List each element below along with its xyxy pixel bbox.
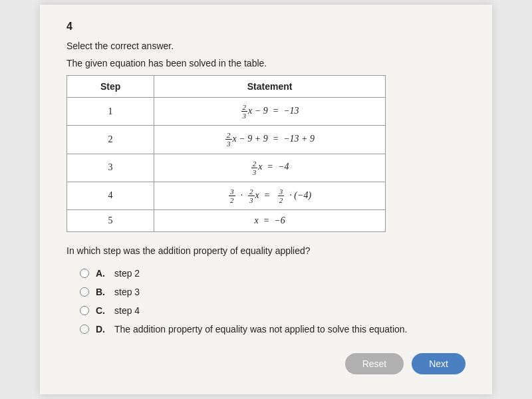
statement-2: 23x − 9 + 9 = −13 + 9	[154, 126, 386, 154]
buttons-row: Reset Next	[66, 353, 466, 374]
option-c[interactable]: C. step 4	[80, 305, 466, 316]
statement-5: x = −6	[154, 209, 386, 231]
radio-c[interactable]	[80, 306, 89, 315]
steps-table: Step Statement 1 23x − 9 = −13 2 23x	[66, 75, 386, 232]
radio-a[interactable]	[80, 269, 89, 278]
step-number: 4	[67, 182, 154, 209]
radio-d[interactable]	[80, 325, 89, 334]
options-list: A. step 2 B. step 3 C. step 4 D. The add…	[80, 268, 466, 334]
statement-1: 23x − 9 = −13	[154, 98, 386, 126]
table-row: 3 23x = −4	[67, 154, 386, 182]
step-number: 1	[67, 98, 154, 126]
statement-3: 23x = −4	[154, 154, 386, 182]
option-c-text: step 4	[114, 305, 140, 316]
table-row: 4 32 · 23x = 32 · (−4)	[67, 182, 386, 209]
option-d[interactable]: D. The addition property of equality was…	[80, 324, 466, 334]
option-a[interactable]: A. step 2	[80, 268, 466, 279]
step-number: 2	[67, 126, 154, 154]
option-a-text: step 2	[114, 268, 140, 279]
step-number: 3	[67, 154, 154, 182]
option-a-letter: A.	[96, 268, 108, 279]
question-text: In which step was the addition property …	[66, 245, 466, 256]
option-b-letter: B.	[96, 287, 108, 297]
table-row: 2 23x − 9 + 9 = −13 + 9	[67, 126, 386, 154]
table-row: 5 x = −6	[67, 209, 386, 231]
option-c-letter: C.	[96, 305, 108, 316]
option-b-text: step 3	[114, 287, 140, 297]
option-d-letter: D.	[96, 324, 108, 334]
table-intro-text: The given equation has been solved in th…	[66, 58, 466, 68]
question-number: 4	[66, 21, 466, 33]
option-d-text: The addition property of equality was no…	[114, 324, 408, 334]
table-row: 1 23x − 9 = −13	[67, 98, 386, 126]
col-header-step: Step	[67, 76, 154, 98]
next-button[interactable]: Next	[412, 353, 466, 374]
instruction-text: Select the correct answer.	[66, 41, 466, 51]
statement-4: 32 · 23x = 32 · (−4)	[154, 182, 386, 209]
option-b[interactable]: B. step 3	[80, 287, 466, 297]
page-container: 4 Select the correct answer. The given e…	[40, 5, 492, 394]
col-header-statement: Statement	[154, 76, 386, 98]
step-number: 5	[67, 209, 154, 231]
radio-b[interactable]	[80, 287, 89, 297]
reset-button[interactable]: Reset	[345, 353, 404, 374]
